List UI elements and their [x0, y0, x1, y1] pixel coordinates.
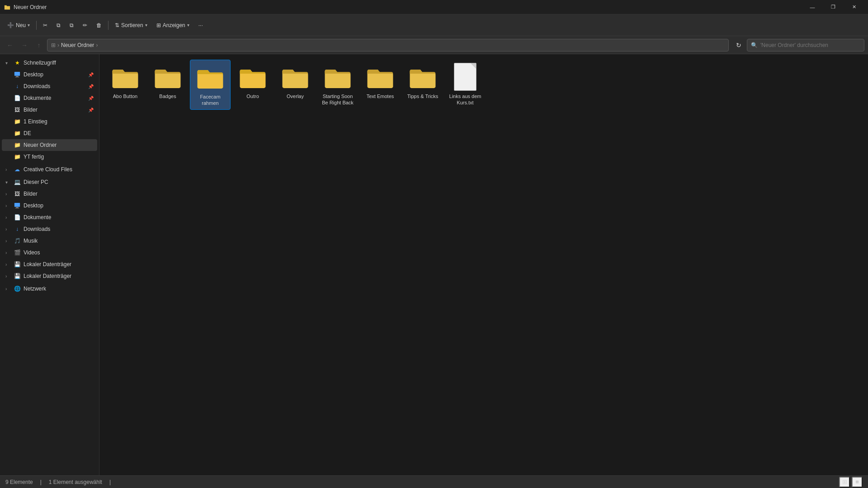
title-bar: Neuer Ordner — ❐ ✕	[0, 0, 868, 14]
list-view-button[interactable]: ≡	[852, 477, 863, 488]
files-grid: Abo Button Badges Facecam rahmen Outro O…	[105, 60, 863, 110]
pin-icon: 📌	[88, 108, 94, 113]
videos-icon: 🎬	[14, 249, 21, 256]
file-item-badges[interactable]: Badges	[147, 60, 188, 110]
file-item-text-emotes[interactable]: Text Emotes	[360, 60, 401, 110]
file-icon-facecam-rahmen	[196, 63, 225, 92]
sidebar-item-images[interactable]: 🖼 Bilder 📌	[2, 104, 97, 116]
sidebar-label-desktop2: Desktop	[24, 202, 94, 209]
sidebar-item-einstieg[interactable]: 📁 1 Einstieg	[2, 116, 97, 127]
sidebar-item-ytfertig[interactable]: 📁 YT fertig	[2, 151, 97, 163]
sidebar-item-documents2[interactable]: › 📄 Dokumente	[2, 211, 97, 223]
copy-button[interactable]: ⧉	[53, 18, 64, 33]
forward-button[interactable]: →	[18, 39, 31, 52]
file-item-abo-button[interactable]: Abo Button	[105, 60, 146, 110]
creative-cloud-chevron: ›	[5, 167, 11, 172]
file-label-abo-button: Abo Button	[113, 93, 137, 99]
file-item-starting-soon[interactable]: Starting Soon Be Right Back	[317, 60, 358, 110]
sidebar-label-desktop: Desktop	[24, 71, 85, 78]
grid-view-button[interactable]: ⊞	[839, 477, 850, 488]
network-chevron: ›	[5, 286, 11, 291]
view-chevron-icon: ▾	[187, 23, 189, 28]
sidebar-label-bilder: Bilder	[24, 191, 94, 197]
search-icon: 🔍	[751, 42, 758, 48]
sidebar-item-desktop2[interactable]: › Desktop	[2, 200, 97, 211]
sidebar-item-musik[interactable]: › 🎵 Musik	[2, 235, 97, 247]
new-button[interactable]: ➕ Neu ▾	[4, 18, 33, 33]
svg-rect-5	[15, 208, 19, 208]
file-item-overlay[interactable]: Overlay	[275, 60, 316, 110]
search-bar[interactable]: 🔍	[747, 39, 864, 52]
file-icon-badges	[153, 62, 182, 91]
breadcrumb-home-icon: ⊞	[51, 42, 56, 48]
quick-access-header[interactable]: ▾ ★ Schnellzugriff	[2, 57, 97, 69]
quick-access-chevron: ▾	[5, 61, 11, 66]
creative-cloud-header[interactable]: › ☁ Creative Cloud Files	[2, 164, 97, 175]
quick-access-label: Schnellzugriff	[24, 60, 56, 66]
sidebar-item-downloads2[interactable]: › ↓ Downloads	[2, 223, 97, 235]
sidebar-label-einstieg: 1 Einstieg	[24, 118, 94, 125]
file-item-tipps-tricks[interactable]: Tipps & Tricks	[402, 60, 443, 110]
cut-button[interactable]: ✂	[39, 18, 51, 33]
network-label: Netzwerk	[24, 286, 46, 292]
sidebar-label-musik: Musik	[24, 238, 94, 244]
refresh-button[interactable]: ↻	[732, 39, 745, 52]
sidebar-item-downloads[interactable]: ↓ Downloads 📌	[2, 80, 97, 92]
drive1-icon: 💾	[14, 261, 21, 268]
desktop-icon	[14, 71, 21, 78]
file-item-facecam-rahmen[interactable]: Facecam rahmen	[190, 60, 231, 110]
up-button[interactable]: ↑	[33, 39, 45, 52]
images-icon: 🖼	[14, 106, 21, 113]
status-bar-left: 9 Elemente | 1 Element ausgewählt |	[5, 479, 111, 485]
close-button[interactable]: ✕	[844, 0, 864, 14]
downloads2-icon: ↓	[14, 225, 21, 233]
network-header[interactable]: › 🌐 Netzwerk	[2, 283, 97, 295]
rename-button[interactable]: ✏	[79, 18, 91, 33]
delete-button[interactable]: 🗑	[93, 18, 105, 33]
minimize-button[interactable]: —	[802, 0, 823, 14]
file-item-outro[interactable]: Outro	[232, 60, 273, 110]
sidebar-label-documents: Dokumente	[24, 95, 85, 101]
this-pc-header[interactable]: ▾ 💻 Dieser PC	[2, 176, 97, 188]
content-area: Abo Button Badges Facecam rahmen Outro O…	[99, 54, 868, 475]
nav-bar: ← → ↑ ⊞ › Neuer Ordner › ↻ 🔍	[0, 36, 868, 54]
pin-icon: 📌	[88, 72, 94, 77]
sidebar-item-documents[interactable]: 📄 Dokumente 📌	[2, 92, 97, 104]
sidebar-label-downloads2: Downloads	[24, 226, 94, 232]
breadcrumb-item[interactable]: Neuer Ordner	[61, 42, 94, 48]
view-toggle-button[interactable]: ⊞ Anzeigen ▾	[153, 18, 193, 33]
pc-icon: 💻	[14, 178, 21, 186]
sidebar-label-lokaler1: Lokaler Datenträger	[24, 261, 94, 267]
sort-button[interactable]: ⇅ Sortieren ▾	[111, 18, 151, 33]
drive2-icon: 💾	[14, 272, 21, 280]
sidebar-item-desktop[interactable]: Desktop 📌	[2, 69, 97, 80]
sort-icon: ⇅	[115, 22, 119, 28]
bilder-icon: 🖼	[14, 190, 21, 197]
sidebar-item-lokaler1[interactable]: › 💾 Lokaler Datenträger	[2, 258, 97, 270]
maximize-button[interactable]: ❐	[823, 0, 844, 14]
this-pc-section: ▾ 💻 Dieser PC › 🖼 Bilder › Desktop › 📄 D…	[0, 176, 99, 282]
paste-group-button[interactable]: ⧉	[66, 18, 77, 33]
svg-rect-2	[15, 77, 19, 77]
sidebar-item-neuer-ordner[interactable]: 📁 Neuer Ordner	[2, 139, 97, 151]
search-input[interactable]	[760, 42, 860, 48]
svg-rect-4	[16, 207, 18, 208]
sidebar-item-de[interactable]: 📁 DE	[2, 127, 97, 139]
file-icon-overlay	[281, 62, 310, 91]
back-button[interactable]: ←	[4, 39, 16, 52]
paste-icon: ⧉	[70, 22, 74, 28]
svg-rect-3	[14, 203, 20, 207]
sidebar-item-bilder[interactable]: › 🖼 Bilder	[2, 188, 97, 200]
sidebar-item-videos[interactable]: › 🎬 Videos	[2, 247, 97, 258]
this-pc-label: Dieser PC	[24, 179, 48, 185]
sidebar-label-neuer: Neuer Ordner	[24, 142, 94, 148]
file-icon-tipps-tricks	[408, 62, 437, 91]
sidebar-label-lokaler2: Lokaler Datenträger	[24, 273, 94, 279]
file-label-facecam-rahmen: Facecam rahmen	[192, 94, 228, 107]
toolbar-divider-2	[108, 21, 108, 30]
file-item-links-kurs[interactable]: Links aus dem Kurs.txt	[445, 60, 486, 110]
network-icon: 🌐	[14, 285, 21, 292]
more-button[interactable]: ···	[195, 18, 207, 33]
new-icon: ➕	[7, 22, 14, 28]
sidebar-item-lokaler2[interactable]: › 💾 Lokaler Datenträger	[2, 270, 97, 282]
